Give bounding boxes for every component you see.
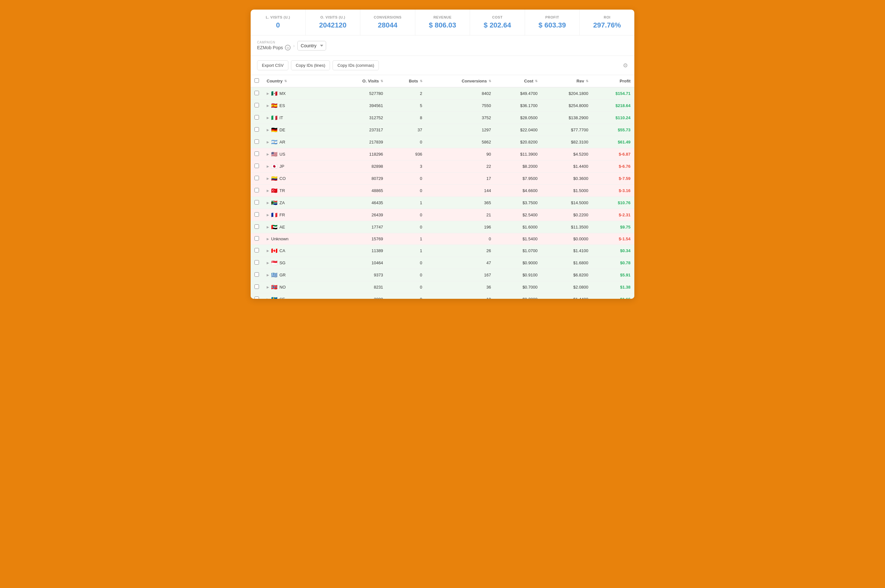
campaign-info: CAMPAIGN EZMob Pops ⊖ <box>257 40 291 51</box>
row-checkbox[interactable] <box>254 260 259 265</box>
row-checkbox[interactable] <box>254 248 259 252</box>
table-row: ▶ 🇦🇷 AR 217839 0 5862 $20.8200 $82.3100 … <box>251 136 634 148</box>
expand-icon[interactable]: ▶ <box>267 261 269 265</box>
table-row: ▶ Unknown 15769 1 0 $1.5400 $0.0000 $-1.… <box>251 233 634 245</box>
country-code: CO <box>279 176 286 181</box>
pause-icon[interactable]: ⊖ <box>285 45 291 51</box>
data-table: Country ⇅ O. Visits ⇅ Bots ⇅ Conversions… <box>251 75 634 299</box>
conversions-cell: 5862 <box>426 136 495 148</box>
row-checkbox[interactable] <box>254 103 259 107</box>
dimension-select[interactable]: Country <box>298 41 326 51</box>
o-visits-header[interactable]: O. Visits ⇅ <box>334 75 387 87</box>
stat-label-o-visits: O. VISITS (U.) <box>309 15 357 19</box>
country-cell: ▶ 🇳🇴 NO <box>263 281 334 293</box>
profit-cell: $0.34 <box>592 245 634 257</box>
table-row: ▶ 🇫🇷 FR 26439 0 21 $2.5400 $0.2200 $-2.3… <box>251 209 634 221</box>
country-cell: ▶ 🇬🇷 GR <box>263 269 334 281</box>
cost-cell: $49.4700 <box>495 87 541 100</box>
expand-icon[interactable]: ▶ <box>267 297 269 299</box>
expand-icon[interactable]: ▶ <box>267 201 269 204</box>
row-checkbox[interactable] <box>254 272 259 277</box>
copy-ids-commas-button[interactable]: Copy IDs (commas) <box>332 60 379 70</box>
row-checkbox[interactable] <box>254 91 259 95</box>
profit-cell: $218.64 <box>592 100 634 112</box>
expand-icon[interactable]: ▶ <box>267 273 269 277</box>
copy-ids-lines-button[interactable]: Copy IDs (lines) <box>291 60 330 70</box>
row-checkbox[interactable] <box>254 297 259 299</box>
conversions-cell: 26 <box>426 245 495 257</box>
expand-icon[interactable]: ▶ <box>267 213 269 217</box>
visits-cell: 312752 <box>334 112 387 124</box>
expand-icon[interactable]: ▶ <box>267 237 269 241</box>
row-checkbox-cell <box>251 100 263 112</box>
row-checkbox-cell <box>251 257 263 269</box>
stat-o-visits: O. VISITS (U.) 2042120 <box>306 10 361 35</box>
row-checkbox[interactable] <box>254 188 259 192</box>
table-row: ▶ 🇿🇦 ZA 46435 1 365 $3.7500 $14.5000 $10… <box>251 197 634 209</box>
row-checkbox[interactable] <box>254 164 259 168</box>
visits-cell: 17747 <box>334 221 387 233</box>
expand-icon[interactable]: ▶ <box>267 285 269 289</box>
select-all-checkbox[interactable] <box>254 78 259 83</box>
row-checkbox[interactable] <box>254 224 259 229</box>
row-checkbox-cell <box>251 136 263 148</box>
settings-icon[interactable]: ⚙ <box>623 62 628 69</box>
country-flag: 🇸🇪 <box>271 296 278 299</box>
profit-cell: $1.38 <box>592 281 634 293</box>
stat-value-o-visits: 2042120 <box>309 21 357 29</box>
country-header[interactable]: Country ⇅ <box>263 75 334 87</box>
stat-label-roi: ROI <box>583 15 631 19</box>
profit-cell: $10.76 <box>592 197 634 209</box>
row-checkbox[interactable] <box>254 200 259 204</box>
checkbox-header <box>251 75 263 87</box>
row-checkbox[interactable] <box>254 115 259 120</box>
cost-cell: $1.0700 <box>495 245 541 257</box>
conversions-header[interactable]: Conversions ⇅ <box>426 75 495 87</box>
expand-icon[interactable]: ▶ <box>267 140 269 144</box>
bots-cell: 0 <box>387 221 426 233</box>
expand-icon[interactable]: ▶ <box>267 92 269 95</box>
rev-header[interactable]: Rev ⇅ <box>541 75 592 87</box>
row-checkbox[interactable] <box>254 212 259 217</box>
row-checkbox[interactable] <box>254 152 259 156</box>
export-csv-button[interactable]: Export CSV <box>257 60 288 70</box>
stat-label-cost: COST <box>473 15 521 19</box>
row-checkbox[interactable] <box>254 176 259 180</box>
rev-cell: $82.3100 <box>541 136 592 148</box>
stat-profit: PROFIT $ 603.39 <box>525 10 580 35</box>
country-code: SE <box>279 297 285 299</box>
bots-cell: 0 <box>387 281 426 293</box>
expand-icon[interactable]: ▶ <box>267 165 269 168</box>
expand-icon[interactable]: ▶ <box>267 128 269 132</box>
expand-icon[interactable]: ▶ <box>267 116 269 120</box>
breadcrumb-bar: CAMPAIGN EZMob Pops ⊖ › Country <box>251 36 634 56</box>
row-checkbox[interactable] <box>254 140 259 144</box>
expand-icon[interactable]: ▶ <box>267 249 269 252</box>
profit-cell: $0.78 <box>592 257 634 269</box>
bots-header[interactable]: Bots ⇅ <box>387 75 426 87</box>
conversions-cell: 3752 <box>426 112 495 124</box>
profit-cell: $-1.54 <box>592 233 634 245</box>
country-flag: 🇨🇴 <box>271 176 278 182</box>
row-checkbox[interactable] <box>254 127 259 132</box>
expand-icon[interactable]: ▶ <box>267 177 269 180</box>
row-checkbox[interactable] <box>254 284 259 289</box>
table-row: ▶ 🇬🇷 GR 9373 0 167 $0.9100 $6.8200 $5.91 <box>251 269 634 281</box>
row-checkbox-cell <box>251 209 263 221</box>
expand-icon[interactable]: ▶ <box>267 104 269 107</box>
country-code: NO <box>279 285 286 290</box>
campaign-name-text: EZMob Pops <box>257 45 283 50</box>
stat-l-visits: L. VISITS (U.) 0 <box>251 10 306 35</box>
stat-value-conversions: 28044 <box>364 21 412 29</box>
row-checkbox[interactable] <box>254 236 259 241</box>
expand-icon[interactable]: ▶ <box>267 152 269 156</box>
visits-cell: 394561 <box>334 100 387 112</box>
expand-icon[interactable]: ▶ <box>267 225 269 229</box>
row-checkbox-cell <box>251 148 263 160</box>
row-checkbox-cell <box>251 172 263 185</box>
bots-cell: 936 <box>387 148 426 160</box>
cost-header[interactable]: Cost ⇅ <box>495 75 541 87</box>
country-cell: ▶ 🇹🇷 TR <box>263 185 334 197</box>
expand-icon[interactable]: ▶ <box>267 189 269 192</box>
country-flag: 🇿🇦 <box>271 200 278 206</box>
